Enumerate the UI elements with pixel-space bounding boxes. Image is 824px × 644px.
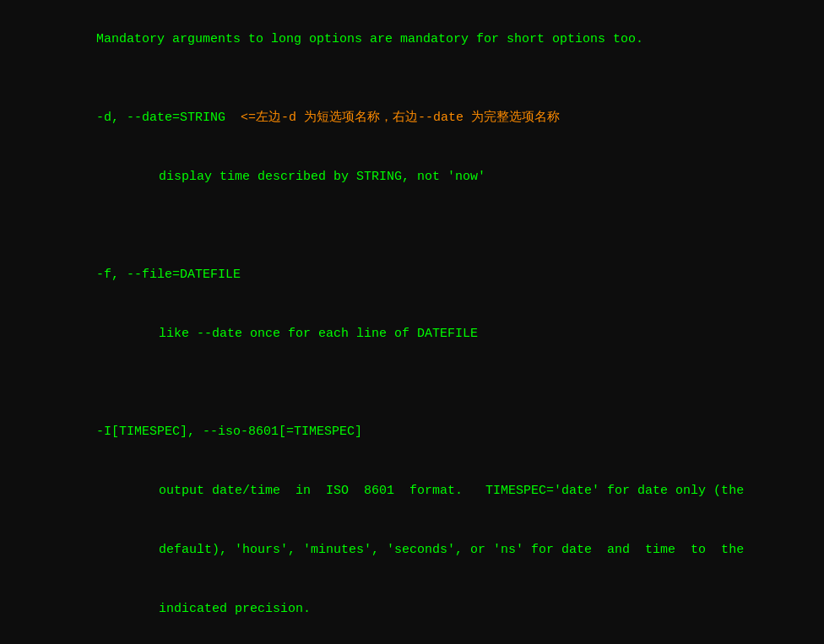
line-I-desc1: output date/time in ISO 8601 format. TIM… <box>0 462 824 521</box>
blank-line-1 <box>0 69 824 89</box>
f-option-text: -f, --file=DATEFILE <box>96 268 241 282</box>
I-option-text: -I[TIMESPEC], --iso-8601[=TIMESPEC] <box>96 425 362 439</box>
blank-line-4 <box>0 364 824 383</box>
line-d-option: -d, --date=STRING <=左边-d 为短选项名称，右边--date… <box>0 89 824 148</box>
d-annotation: <=左边-d 为短选项名称，右边--date 为完整选项名称 <box>225 111 560 125</box>
line-I-option: -I[TIMESPEC], --iso-8601[=TIMESPEC] <box>0 403 824 462</box>
line-skip1: ....(中间省略).... <box>0 638 824 644</box>
line-mandatory: Mandatory arguments to long options are … <box>0 10 824 69</box>
I-desc3-text: indicated precision. <box>159 602 311 616</box>
blank-line-2 <box>0 207 824 226</box>
terminal-window: Mandatory arguments to long options are … <box>0 0 824 644</box>
line-d-desc: display time described by STRING, not 'n… <box>0 148 824 207</box>
line-I-desc3: indicated precision. <box>0 579 824 638</box>
line-f-option: -f, --file=DATEFILE <box>0 246 824 305</box>
mandatory-text: Mandatory arguments to long options are … <box>96 32 643 46</box>
line-f-desc: like --date once for each line of DATEFI… <box>0 305 824 364</box>
f-desc-text: like --date once for each line of DATEFI… <box>159 327 478 341</box>
I-desc2-text: default), 'hours', 'minutes', 'seconds',… <box>159 543 744 557</box>
I-desc1-text: output date/time in ISO 8601 format. TIM… <box>159 484 744 498</box>
d-option-text: -d, --date=STRING <box>96 111 225 125</box>
d-desc-text: display time described by STRING, not 'n… <box>159 170 485 184</box>
blank-line-3 <box>0 226 824 246</box>
blank-line-5 <box>0 383 824 403</box>
line-I-desc2: default), 'hours', 'minutes', 'seconds',… <box>0 521 824 580</box>
